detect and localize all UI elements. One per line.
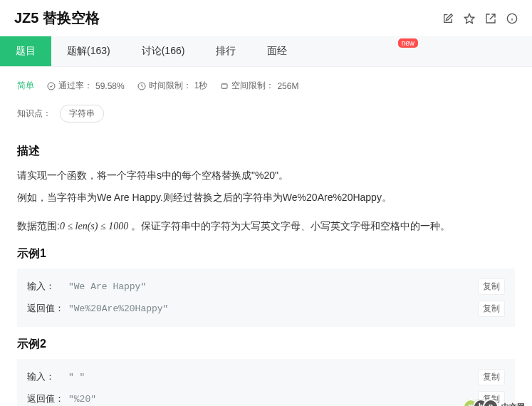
example1-return-value: "We%20Are%20Happy" (68, 303, 168, 314)
svg-rect-6 (221, 84, 227, 88)
meta-bar: 简单 通过率： 59.58% 时间限制： 1秒 空间限制： 256M (0, 67, 532, 98)
knowledge-label: 知识点： (17, 108, 51, 120)
example2-block: 输入： " " 复制 返回值： "%20" 复制 (17, 359, 515, 406)
example2-input-label: 输入： (27, 370, 64, 383)
tab-problem[interactable]: 题目 (0, 36, 51, 66)
share-icon[interactable] (485, 13, 496, 24)
example1-block: 输入： "We Are Happy" 复制 返回值： "We%20Are%20H… (17, 269, 515, 327)
example1-input-row: 输入： "We Are Happy" 复制 (27, 276, 505, 298)
example2-return-value: "%20" (68, 394, 96, 405)
example2-section: 示例2 输入： " " 复制 返回值： "%20" 复制 p h p (0, 337, 532, 406)
tag-string[interactable]: 字符串 (60, 105, 104, 123)
copy-button[interactable]: 复制 (478, 369, 505, 385)
watermark-text: 中文网 (501, 402, 525, 406)
star-icon[interactable] (464, 13, 475, 24)
example2-input-value: " " (68, 372, 85, 382)
svg-point-4 (48, 83, 55, 90)
memory-label: 空间限制： (231, 80, 274, 92)
check-icon (47, 82, 56, 90)
description-section: 描述 请实现一个函数，将一个字符串s中的每个空格替换成"%20"。 例如，当字符… (0, 144, 532, 236)
watermark: p h p 中文网 (463, 399, 525, 406)
svg-marker-0 (464, 14, 474, 23)
description-heading: 描述 (17, 144, 515, 159)
tab-solutions[interactable]: 题解(163) (51, 36, 126, 66)
php-logo-icon: p h p (463, 399, 499, 406)
time-value: 1秒 (194, 80, 208, 92)
time-label: 时间限制： (149, 80, 192, 92)
pass-rate: 通过率： 59.58% (47, 80, 125, 92)
copy-button[interactable]: 复制 (478, 279, 505, 295)
page-title: JZ5 替换空格 (14, 9, 100, 28)
copy-button[interactable]: 复制 (478, 301, 505, 317)
range-prefix: 数据范围: (17, 220, 60, 231)
difficulty-label: 简单 (17, 80, 34, 92)
knowledge-row: 知识点： 字符串 (0, 98, 532, 134)
memory-value: 256M (277, 81, 298, 91)
example1-input-label: 输入： (27, 280, 64, 293)
header: JZ5 替换空格 (0, 0, 532, 36)
example1-heading: 示例1 (17, 246, 515, 261)
example1-return-label: 返回值： (27, 302, 64, 315)
header-actions (442, 13, 518, 24)
example2-return-row: 返回值： "%20" 复制 (27, 388, 505, 406)
description-body: 请实现一个函数，将一个字符串s中的每个空格替换成"%20"。 例如，当字符串为W… (17, 166, 515, 207)
example1-section: 示例1 输入： "We Are Happy" 复制 返回值： "We%20Are… (0, 246, 532, 327)
pass-label: 通过率： (58, 80, 93, 92)
example2-input-row: 输入： " " 复制 (27, 366, 505, 388)
clock-icon (137, 82, 146, 90)
range-suffix: 。保证字符串中的字符为大写英文字母、小写英文字母和空格中的一种。 (128, 220, 450, 231)
example2-return-label: 返回值： (27, 392, 64, 405)
memory-icon (220, 82, 229, 90)
example1-return-row: 返回值： "We%20Are%20Happy" 复制 (27, 298, 505, 320)
desc-p1: 请实现一个函数，将一个字符串s中的每个空格替换成"%20"。 (17, 166, 515, 185)
badge-new: new (398, 38, 418, 48)
range-math: 0 ≤ len(s) ≤ 1000 (60, 221, 128, 231)
example1-input-value: "We Are Happy" (68, 281, 146, 292)
example2-heading: 示例2 (17, 337, 515, 352)
edit-icon[interactable] (442, 13, 454, 24)
info-icon[interactable] (506, 13, 518, 24)
data-range: 数据范围:0 ≤ len(s) ≤ 1000 。保证字符串中的字符为大写英文字母… (17, 217, 515, 236)
pass-value: 59.58% (95, 81, 125, 91)
memory-limit: 空间限制： 256M (220, 80, 298, 92)
time-limit: 时间限制： 1秒 (137, 80, 208, 92)
tab-discuss[interactable]: 讨论(166) (126, 36, 201, 66)
tab-interview[interactable]: 面经 (251, 36, 303, 66)
desc-p2: 例如，当字符串为We Are Happy.则经过替换之后的字符串为We%20Ar… (17, 188, 515, 207)
tabs: 题目 题解(163) 讨论(166) 排行 面经 new (0, 36, 532, 67)
tab-ranking[interactable]: 排行 (200, 36, 251, 66)
